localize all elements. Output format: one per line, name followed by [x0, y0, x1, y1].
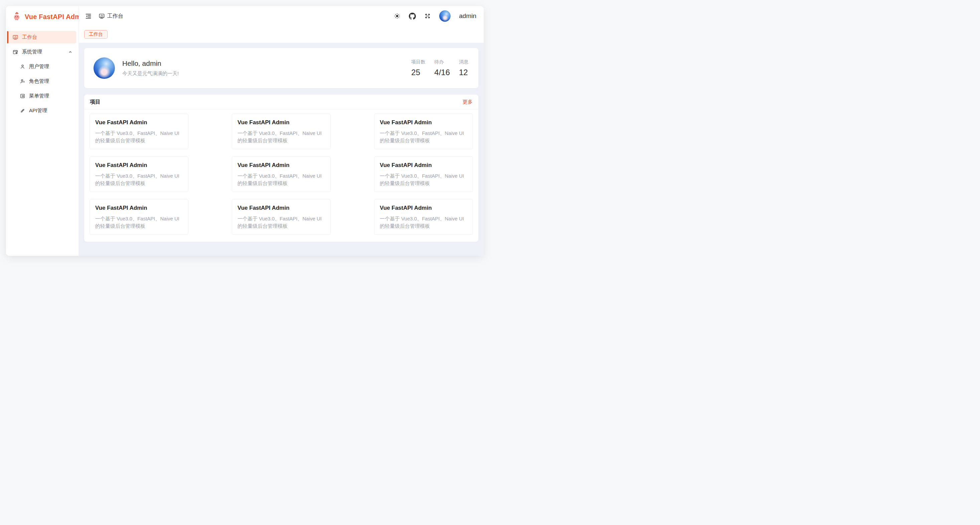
- sidebar-item-workbench[interactable]: 工作台: [7, 31, 76, 43]
- sun-icon[interactable]: [394, 13, 401, 19]
- project-card-title: Vue FastAPI Admin: [380, 119, 467, 126]
- workbench-icon: [99, 13, 105, 19]
- username[interactable]: admin: [459, 12, 476, 20]
- sidebar-item-users[interactable]: 用户管理: [7, 60, 76, 73]
- chick-logo-icon: [12, 12, 22, 22]
- project-card-description: 一个基于 Vue3.0、FastAPI、Naive UI 的轻量级后台管理模板: [95, 215, 183, 230]
- project-card-title: Vue FastAPI Admin: [237, 162, 325, 169]
- stat-todos: 待办 4/16: [434, 59, 450, 77]
- project-card[interactable]: Vue FastAPI Admin 一个基于 Vue3.0、FastAPI、Na…: [89, 199, 188, 235]
- menu-list-icon: [20, 93, 25, 99]
- project-card-title: Vue FastAPI Admin: [95, 205, 183, 212]
- sidebar-item-label: 角色管理: [29, 78, 49, 84]
- welcome-text: Hello, admin 今天又是元气满满的一天!: [122, 59, 179, 77]
- app-window: Vue FastAPI Admin 工作台: [6, 6, 484, 256]
- sidebar-item-label: API管理: [29, 108, 47, 114]
- projects-panel: 项目 更多 Vue FastAPI Admin 一个基于 Vue3.0、Fast…: [84, 94, 478, 242]
- welcome-greeting: Hello, admin: [122, 59, 179, 67]
- main-area: 工作台: [79, 6, 484, 256]
- sidebar-item-api[interactable]: API管理: [7, 105, 76, 117]
- project-card-description: 一个基于 Vue3.0、FastAPI、Naive UI 的轻量级后台管理模板: [380, 172, 467, 187]
- project-card-description: 一个基于 Vue3.0、FastAPI、Naive UI 的轻量级后台管理模板: [237, 215, 325, 230]
- breadcrumb[interactable]: 工作台: [99, 13, 123, 20]
- user-icon: [20, 64, 25, 70]
- project-card-description: 一个基于 Vue3.0、FastAPI、Naive UI 的轻量级后台管理模板: [237, 130, 325, 144]
- projects-more-link[interactable]: 更多: [463, 99, 473, 105]
- stat-projects: 项目数 25: [411, 59, 425, 77]
- system-settings-icon: [12, 49, 18, 55]
- sidebar-item-label: 工作台: [22, 34, 37, 40]
- stat-label: 待办: [434, 59, 444, 65]
- project-card-title: Vue FastAPI Admin: [95, 119, 183, 126]
- sidebar-item-roles[interactable]: 角色管理: [7, 75, 76, 88]
- project-card[interactable]: Vue FastAPI Admin 一个基于 Vue3.0、FastAPI、Na…: [89, 113, 188, 149]
- page-content: Hello, admin 今天又是元气满满的一天! 项目数 25 待办 4/16…: [79, 43, 484, 256]
- header-actions: admin: [394, 10, 476, 22]
- api-plug-icon: [20, 108, 25, 113]
- project-grid: Vue FastAPI Admin 一个基于 Vue3.0、FastAPI、Na…: [84, 110, 478, 242]
- tag-bar: 工作台: [79, 26, 484, 43]
- stat-value: 25: [411, 68, 420, 77]
- project-card[interactable]: Vue FastAPI Admin 一个基于 Vue3.0、FastAPI、Na…: [89, 156, 188, 192]
- sidebar-item-menus[interactable]: 菜单管理: [7, 90, 76, 102]
- project-card-description: 一个基于 Vue3.0、FastAPI、Naive UI 的轻量级后台管理模板: [380, 130, 467, 144]
- project-card-title: Vue FastAPI Admin: [95, 162, 183, 169]
- stat-messages: 消息 12: [459, 59, 468, 77]
- sidebar: Vue FastAPI Admin 工作台: [6, 6, 79, 256]
- welcome-card: Hello, admin 今天又是元气满满的一天! 项目数 25 待办 4/16…: [84, 48, 478, 88]
- projects-title: 项目: [90, 99, 100, 105]
- stat-value: 12: [459, 68, 468, 77]
- project-card-description: 一个基于 Vue3.0、FastAPI、Naive UI 的轻量级后台管理模板: [95, 172, 183, 187]
- project-card-description: 一个基于 Vue3.0、FastAPI、Naive UI 的轻量级后台管理模板: [237, 172, 325, 187]
- project-card-description: 一个基于 Vue3.0、FastAPI、Naive UI 的轻量级后台管理模板: [380, 215, 467, 230]
- breadcrumb-label: 工作台: [107, 13, 123, 20]
- stat-label: 消息: [459, 59, 468, 65]
- fullscreen-icon[interactable]: [424, 13, 431, 19]
- logo-title: Vue FastAPI Admin: [25, 13, 87, 21]
- collapse-sidebar-icon[interactable]: [85, 13, 92, 20]
- sidebar-item-system[interactable]: 系统管理: [7, 46, 76, 58]
- top-header: 工作台: [79, 6, 484, 26]
- project-card[interactable]: Vue FastAPI Admin 一个基于 Vue3.0、FastAPI、Na…: [232, 156, 331, 192]
- github-icon[interactable]: [409, 13, 416, 20]
- project-card-description: 一个基于 Vue3.0、FastAPI、Naive UI 的轻量级后台管理模板: [95, 130, 183, 144]
- chevron-up-icon: [68, 49, 73, 54]
- project-card-title: Vue FastAPI Admin: [237, 119, 325, 126]
- project-card[interactable]: Vue FastAPI Admin 一个基于 Vue3.0、FastAPI、Na…: [374, 156, 473, 192]
- welcome-avatar: [94, 57, 115, 79]
- tag-workbench[interactable]: 工作台: [84, 30, 108, 39]
- projects-header: 项目 更多: [84, 94, 478, 110]
- user-avatar[interactable]: [439, 10, 450, 22]
- stats: 项目数 25 待办 4/16 消息 12: [411, 59, 468, 77]
- sidebar-item-label: 系统管理: [22, 49, 42, 55]
- welcome-message: 今天又是元气满满的一天!: [122, 70, 179, 77]
- project-card[interactable]: Vue FastAPI Admin 一个基于 Vue3.0、FastAPI、Na…: [374, 199, 473, 235]
- workbench-icon: [12, 34, 18, 40]
- role-icon: [20, 78, 25, 84]
- sidebar-menu: 工作台: [6, 27, 78, 119]
- logo[interactable]: Vue FastAPI Admin: [6, 6, 78, 27]
- project-card[interactable]: Vue FastAPI Admin 一个基于 Vue3.0、FastAPI、Na…: [232, 113, 331, 149]
- project-card[interactable]: Vue FastAPI Admin 一个基于 Vue3.0、FastAPI、Na…: [374, 113, 473, 149]
- sidebar-item-label: 菜单管理: [29, 93, 49, 99]
- stat-label: 项目数: [411, 59, 425, 65]
- project-card-title: Vue FastAPI Admin: [237, 205, 325, 212]
- sidebar-item-label: 用户管理: [29, 64, 49, 70]
- project-card-title: Vue FastAPI Admin: [380, 205, 467, 212]
- project-card[interactable]: Vue FastAPI Admin 一个基于 Vue3.0、FastAPI、Na…: [232, 199, 331, 235]
- project-card-title: Vue FastAPI Admin: [380, 162, 467, 169]
- stat-value: 4/16: [434, 68, 450, 77]
